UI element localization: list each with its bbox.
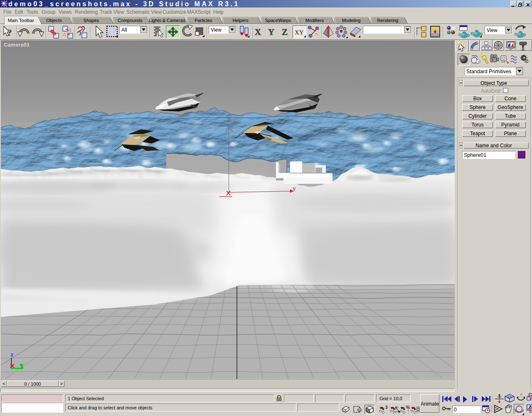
svg-text:Modeling: Modeling	[342, 18, 361, 23]
svg-text:View: View	[487, 27, 498, 33]
svg-text:3: 3	[385, 405, 388, 410]
svg-text:XY: XY	[295, 29, 304, 36]
svg-text:Box: Box	[473, 96, 482, 102]
svg-text:?: ?	[7, 27, 12, 38]
svg-text:y: y	[20, 362, 23, 368]
svg-text:Sphere01: Sphere01	[464, 152, 486, 158]
svg-text:0: 0	[454, 407, 457, 413]
svg-text:Teapot: Teapot	[470, 131, 485, 136]
svg-text:y: y	[293, 186, 296, 191]
svg-text:Main Toolbar: Main Toolbar	[8, 18, 34, 23]
svg-text:Rendering: Rendering	[377, 18, 399, 23]
svg-text:All: All	[121, 27, 127, 33]
svg-text:Camera01: Camera01	[4, 42, 30, 48]
svg-text:Particles: Particles	[195, 18, 212, 23]
svg-text:Lights & Cameras: Lights & Cameras	[149, 18, 185, 23]
svg-text:Tube: Tube	[505, 113, 516, 119]
svg-text:Objects: Objects	[46, 18, 62, 23]
svg-text:Shapes: Shapes	[84, 18, 99, 23]
svg-text:Plane: Plane	[504, 131, 517, 136]
svg-text:Z: Z	[227, 117, 230, 123]
svg-text:z: z	[11, 352, 13, 358]
svg-text:GeoSphere: GeoSphere	[498, 104, 523, 110]
svg-text:Sphere: Sphere	[470, 104, 486, 110]
svg-text:Modifiers: Modifiers	[305, 18, 324, 23]
svg-text:Object Type: Object Type	[480, 80, 507, 86]
svg-text:Standard Primitives: Standard Primitives	[466, 69, 511, 74]
svg-text:Y: Y	[268, 27, 274, 37]
svg-text:Torus: Torus	[471, 122, 483, 128]
svg-text:SpaceWarps: SpaceWarps	[265, 18, 291, 23]
svg-text:Helpers: Helpers	[233, 18, 249, 23]
svg-text:Pyramid: Pyramid	[501, 122, 520, 128]
svg-text:Cylinder: Cylinder	[468, 113, 487, 119]
svg-text:AutoGrid: AutoGrid	[481, 88, 500, 94]
svg-text:Z: Z	[282, 27, 288, 37]
svg-text:X: X	[255, 27, 261, 37]
svg-text:Name and Color: Name and Color	[475, 143, 512, 149]
svg-text:View: View	[211, 27, 222, 33]
svg-text:Compounds: Compounds	[118, 18, 143, 23]
svg-text:Cone: Cone	[505, 96, 517, 102]
